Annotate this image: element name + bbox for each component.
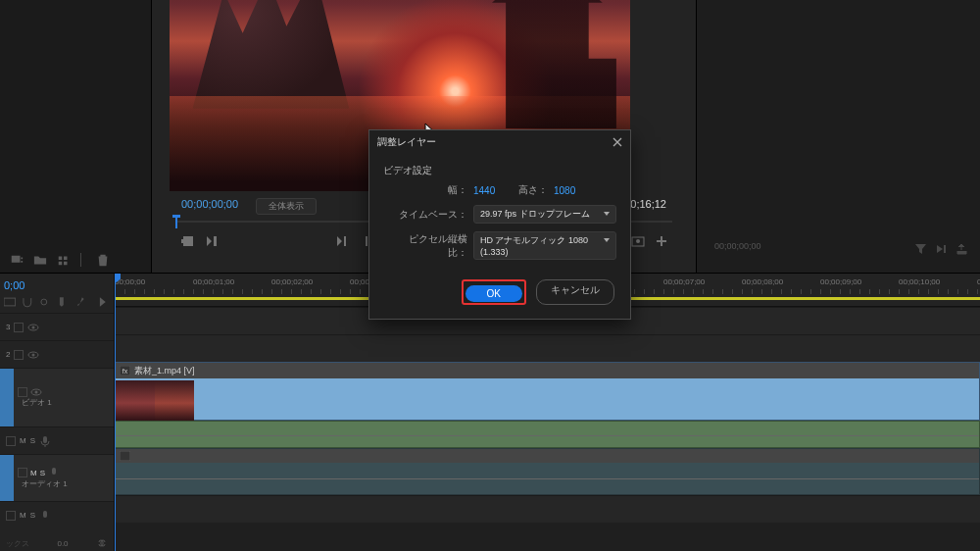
zoom-fit-dropdown[interactable]: 全体表示 (256, 198, 317, 215)
clip-name: 素材_1.mp4 [V] (134, 365, 195, 377)
source-toolbar (0, 247, 151, 273)
svg-point-8 (32, 326, 35, 328)
playhead[interactable] (115, 274, 116, 551)
track-lock-icon[interactable] (6, 436, 16, 446)
right-panel-tc: 00;00;00;00 (714, 241, 761, 251)
chevron-right-icon[interactable] (96, 295, 110, 309)
eye-icon[interactable] (30, 387, 42, 397)
solo-label[interactable]: S (30, 436, 35, 445)
track-header-v1[interactable]: ビデオ 1 (0, 368, 114, 426)
ruler-label: 00;00;02;00 (271, 277, 313, 286)
fx-badge-icon: fx (120, 366, 130, 376)
dialog-titlebar[interactable]: 調整レイヤー (369, 130, 630, 154)
height-label: 高さ： (516, 183, 554, 197)
svg-rect-6 (4, 298, 16, 306)
track-a1-target[interactable] (0, 455, 14, 501)
width-label: 幅： (395, 183, 473, 197)
timebase-select[interactable]: 29.97 fps ドロップフレーム (473, 205, 616, 224)
link-icon[interactable] (96, 537, 108, 549)
track-lock-icon[interactable] (14, 350, 24, 360)
par-select[interactable]: HD アナモルフィック 1080 (1.333) (473, 231, 616, 260)
source-panel (0, 0, 152, 273)
solo-label[interactable]: S (30, 511, 35, 520)
svg-rect-0 (59, 257, 63, 261)
export-icon[interactable] (956, 243, 968, 255)
video-clip[interactable]: fx 素材_1.mp4 [V] (115, 362, 980, 421)
dialog-section-label: ビデオ設定 (383, 164, 616, 177)
cancel-button[interactable]: キャンセル (536, 279, 614, 305)
ruler-label: 00;00;01;00 (193, 277, 234, 286)
svg-rect-15 (43, 511, 47, 518)
mini-playhead[interactable] (175, 217, 177, 228)
track-lock-icon[interactable] (18, 387, 27, 397)
track-lock-icon[interactable] (6, 511, 16, 521)
ruler-label: 00;00;08;00 (742, 277, 783, 286)
mute-label[interactable]: M (30, 469, 37, 477)
mute-label[interactable]: M (20, 511, 26, 520)
ok-button[interactable]: OK (466, 285, 522, 302)
ok-button-highlight: OK (462, 279, 526, 305)
ruler-label: 00;00;09;00 (820, 277, 861, 286)
track-lock-icon[interactable] (18, 468, 27, 477)
audio-clip-a1[interactable] (115, 448, 980, 495)
svg-rect-3 (64, 262, 68, 266)
timeline-bottom-value: 0.0 (57, 539, 68, 548)
timeline-bottom-label: ックス (6, 538, 29, 549)
adjustment-layer-dialog: 調整レイヤー ビデオ設定 幅： 1440 高さ： 1080 タイムベース： 29… (368, 129, 631, 320)
linked-selection-icon[interactable] (38, 296, 50, 308)
mic-icon[interactable] (39, 435, 51, 447)
export-frame-icon[interactable] (631, 234, 645, 248)
timebase-label: タイムベース： (395, 208, 473, 222)
step-icon[interactable] (935, 243, 948, 255)
close-icon[interactable] (611, 135, 624, 149)
mark-in-icon[interactable] (205, 234, 219, 248)
bin-icon[interactable] (57, 253, 71, 267)
mark-in-button-icon[interactable] (335, 234, 349, 248)
program-tc-left[interactable]: 00;00;00;00 (181, 198, 238, 215)
svg-point-5 (636, 239, 640, 243)
svg-rect-14 (52, 468, 56, 475)
track-v1-label: ビデオ 1 (22, 397, 52, 408)
eye-icon[interactable] (27, 323, 39, 332)
mic-icon[interactable] (48, 467, 60, 478)
track-a2-lane[interactable] (115, 495, 980, 523)
track-header-v3[interactable]: 3 (0, 313, 114, 340)
track-header-a2[interactable]: M S (0, 501, 114, 528)
solo-label[interactable]: S (40, 469, 45, 477)
track-lock-icon[interactable] (14, 323, 24, 332)
svg-rect-2 (59, 262, 63, 266)
track-header-a1[interactable]: M S オーディオ 1 (0, 454, 114, 501)
snap-icon[interactable] (22, 296, 33, 308)
track-v1-target[interactable] (0, 369, 14, 426)
marker-add-icon[interactable] (56, 296, 68, 308)
height-input[interactable]: 1080 (554, 185, 597, 196)
track-header-a-aux[interactable]: M S (0, 426, 114, 454)
mic-icon[interactable] (39, 510, 51, 522)
right-side-panel: 00;00;00;00 (696, 0, 980, 273)
track-v3-number: 3 (6, 323, 10, 331)
add-marker-icon[interactable] (181, 234, 195, 248)
new-item-icon[interactable] (10, 253, 24, 267)
par-label: ピクセル縦横比： (395, 232, 473, 260)
ruler-label: 00;00;07;00 (663, 277, 705, 286)
eye-icon[interactable] (27, 350, 39, 360)
svg-rect-1 (64, 257, 68, 261)
timeline-playhead-time[interactable]: 0;00 (0, 274, 114, 293)
svg-point-12 (35, 391, 38, 394)
svg-text:fx: fx (122, 368, 128, 375)
fx-badge-icon (120, 451, 130, 461)
track-header-v2[interactable]: 2 (0, 340, 114, 368)
audio-clip-a[interactable] (115, 421, 980, 448)
svg-rect-13 (43, 436, 47, 443)
ruler-label: 00;00;10;00 (899, 277, 940, 286)
track-v2-lane[interactable] (115, 334, 980, 362)
trash-icon[interactable] (96, 253, 110, 267)
width-input[interactable]: 1440 (473, 185, 516, 196)
track-v2-number: 2 (6, 350, 10, 359)
mute-label[interactable]: M (20, 436, 26, 445)
folder-icon[interactable] (33, 253, 47, 267)
wrench-icon[interactable] (74, 296, 85, 308)
nest-icon[interactable] (4, 296, 16, 308)
funnel-icon[interactable] (914, 243, 927, 255)
settings-plus-icon[interactable] (655, 234, 668, 248)
